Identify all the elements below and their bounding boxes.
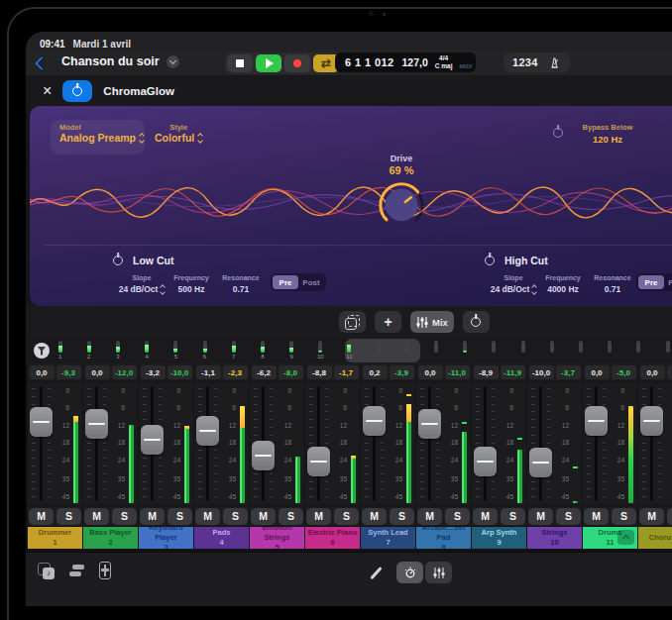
mute-button[interactable]: M bbox=[417, 508, 442, 525]
overview-track[interactable] bbox=[480, 339, 508, 365]
bypass-below-control[interactable]: Bypass Below 120 Hz bbox=[576, 123, 639, 145]
volume-fader-handle[interactable] bbox=[640, 406, 663, 436]
overview-track[interactable] bbox=[566, 339, 595, 365]
low-cut-pre-button[interactable]: Pre bbox=[273, 275, 298, 289]
title-dropdown-badge[interactable] bbox=[167, 55, 179, 68]
low-cut-slope[interactable]: Slope 24 dB/Oct bbox=[117, 274, 167, 294]
high-cut-slope[interactable]: Slope 24 dB/Oct bbox=[489, 274, 538, 294]
mixer-power-button[interactable] bbox=[463, 311, 490, 333]
overview-track[interactable]: 5 bbox=[162, 339, 190, 365]
mute-button[interactable]: M bbox=[473, 508, 498, 525]
track-name-tab[interactable]: Arp Synth 9 bbox=[472, 527, 526, 549]
solo-button[interactable]: S bbox=[445, 508, 470, 525]
track-name-tab[interactable]: Pads 4 bbox=[194, 527, 249, 549]
volume-fader-handle[interactable] bbox=[363, 406, 386, 436]
controls-view-button[interactable] bbox=[396, 562, 423, 583]
plugin-power-button[interactable] bbox=[62, 80, 92, 102]
low-cut-post-button[interactable]: Post bbox=[298, 275, 324, 289]
low-cut-frequency[interactable]: Frequency 500 Hz bbox=[167, 274, 216, 294]
mute-button[interactable]: M bbox=[195, 508, 220, 525]
overview-track[interactable]: 8 bbox=[248, 339, 277, 365]
low-cut-power-button[interactable] bbox=[113, 256, 123, 265]
overview-track[interactable]: 11 bbox=[335, 339, 364, 365]
mute-button[interactable]: M bbox=[584, 508, 609, 525]
overview-track[interactable]: 9 bbox=[278, 339, 306, 365]
add-track-button[interactable]: + bbox=[375, 311, 401, 333]
mute-button[interactable]: M bbox=[140, 508, 165, 525]
overview-track[interactable]: 10 bbox=[306, 339, 335, 365]
stop-button[interactable] bbox=[227, 54, 253, 72]
layers-button[interactable] bbox=[339, 311, 366, 333]
overview-track[interactable]: 4 bbox=[133, 339, 162, 365]
loop-browser-button[interactable]: ♪ bbox=[38, 563, 55, 579]
solo-button[interactable]: S bbox=[279, 508, 303, 525]
track-name-tab[interactable]: Drummer 1 bbox=[28, 527, 82, 549]
solo-button[interactable]: S bbox=[56, 508, 81, 525]
volume-fader-handle[interactable] bbox=[30, 407, 53, 437]
mute-button[interactable]: M bbox=[362, 508, 387, 525]
bypass-power-button[interactable] bbox=[553, 128, 563, 138]
volume-fader-handle[interactable] bbox=[141, 425, 164, 455]
overview-track[interactable] bbox=[451, 339, 480, 365]
solo-button[interactable]: S bbox=[334, 508, 359, 525]
plugins-browser-button[interactable] bbox=[69, 565, 84, 576]
drive-knob[interactable] bbox=[374, 179, 429, 229]
volume-fader-handle[interactable] bbox=[307, 447, 330, 476]
high-cut-frequency[interactable]: Frequency 4000 Hz bbox=[538, 274, 588, 294]
overview-track[interactable]: 1 bbox=[46, 339, 74, 365]
solo-button[interactable]: S bbox=[612, 508, 636, 525]
solo-button[interactable]: S bbox=[556, 508, 581, 525]
overview-track[interactable]: 7 bbox=[219, 339, 248, 365]
solo-button[interactable]: S bbox=[223, 508, 248, 525]
mute-button[interactable]: M bbox=[84, 508, 109, 525]
faders-view-button[interactable] bbox=[425, 562, 452, 583]
volume-fader-handle[interactable] bbox=[196, 416, 219, 446]
track-name-tab[interactable]: Drums 11 bbox=[583, 527, 637, 549]
track-name-tab[interactable]: Chorus V bbox=[638, 527, 672, 549]
volume-fader-handle[interactable] bbox=[529, 448, 552, 477]
overview-track[interactable] bbox=[537, 339, 566, 365]
mute-button[interactable]: M bbox=[306, 508, 331, 525]
track-name-tab[interactable]: Strings 10 bbox=[527, 527, 582, 549]
overview-track[interactable] bbox=[653, 339, 672, 365]
volume-fader-handle[interactable] bbox=[85, 409, 108, 439]
song-title-menu[interactable]: Chanson du soir bbox=[61, 54, 179, 68]
mute-button[interactable]: M bbox=[29, 508, 54, 525]
mute-button[interactable]: M bbox=[528, 508, 553, 525]
volume-fader-handle[interactable] bbox=[418, 409, 441, 439]
high-cut-resonance[interactable]: Resonance 0.71 bbox=[588, 274, 637, 294]
solo-button[interactable]: S bbox=[390, 508, 414, 525]
volume-fader-handle[interactable] bbox=[474, 447, 497, 476]
mute-button[interactable]: M bbox=[251, 508, 276, 525]
style-selector[interactable]: Style Colorful bbox=[155, 123, 202, 144]
overview-track[interactable]: 2 bbox=[74, 339, 103, 365]
solo-button[interactable]: S bbox=[667, 508, 672, 525]
high-cut-power-button[interactable] bbox=[485, 256, 495, 265]
count-in-button[interactable]: 1234 bbox=[512, 56, 538, 68]
high-cut-pre-button[interactable]: Pre bbox=[638, 275, 664, 289]
model-selector[interactable]: Model Analog Preamp bbox=[51, 120, 145, 155]
edit-pencil-button[interactable] bbox=[375, 566, 378, 580]
solo-button[interactable]: S bbox=[168, 508, 192, 525]
overview-track[interactable] bbox=[392, 339, 421, 365]
overview-track[interactable] bbox=[596, 339, 624, 365]
overview-track[interactable]: 3 bbox=[103, 339, 132, 365]
overview-track[interactable] bbox=[624, 339, 653, 365]
mute-button[interactable]: M bbox=[639, 508, 664, 525]
record-button[interactable] bbox=[284, 54, 310, 72]
play-button[interactable] bbox=[256, 54, 281, 72]
back-button[interactable] bbox=[37, 56, 47, 71]
channel-strip-button[interactable] bbox=[99, 562, 111, 579]
track-name-tab[interactable]: Bass Player 2 bbox=[83, 527, 138, 549]
overview-track[interactable] bbox=[508, 339, 537, 365]
track-name-tab[interactable]: Electric Piano 6 bbox=[305, 527, 360, 549]
volume-fader-handle[interactable] bbox=[585, 406, 608, 436]
level-control[interactable]: Level 0.0 bbox=[664, 123, 672, 145]
track-name-tab[interactable]: Keyboard Player 3 bbox=[139, 527, 193, 549]
lcd-display[interactable]: 6 1 1 012 127,0 4/4 C maj MIDI bbox=[335, 52, 476, 72]
close-plugin-button[interactable]: × bbox=[43, 83, 52, 99]
collapse-track-button[interactable] bbox=[617, 530, 634, 545]
overview-track[interactable] bbox=[421, 339, 450, 365]
overview-track[interactable] bbox=[364, 339, 392, 365]
low-cut-resonance[interactable]: Resonance 0.71 bbox=[216, 274, 266, 294]
